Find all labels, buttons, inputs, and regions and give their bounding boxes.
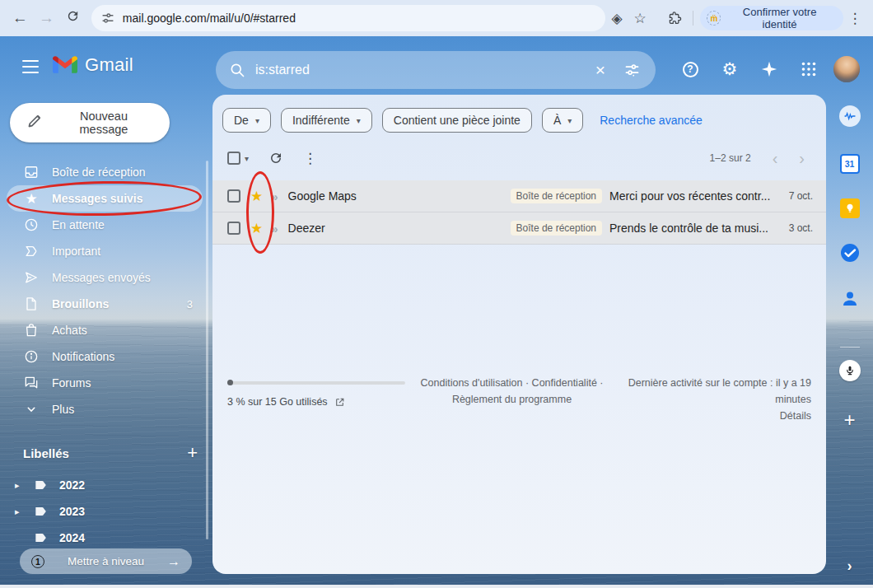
side-panel-rail: 31 + › bbox=[826, 95, 873, 585]
clear-search-icon[interactable]: × bbox=[585, 54, 616, 86]
newer-page-chevron-icon[interactable]: ‹ bbox=[773, 150, 778, 166]
browser-actions: ◈ ☆ m̈ Confirmer votre identité ⋮ bbox=[605, 6, 866, 30]
header-actions: ? ⚙ bbox=[675, 54, 860, 84]
sidebar-scrollbar[interactable] bbox=[206, 161, 208, 539]
starred-star-icon[interactable]: ★ bbox=[250, 222, 263, 236]
sidebar-item-more[interactable]: Plus bbox=[7, 396, 203, 422]
settings-gear-icon[interactable]: ⚙ bbox=[715, 54, 745, 84]
inbox-icon bbox=[23, 164, 40, 180]
mic-icon bbox=[844, 365, 856, 376]
row-checkbox[interactable] bbox=[227, 222, 240, 235]
help-icon[interactable]: ? bbox=[675, 54, 705, 84]
email-date: 3 oct. bbox=[789, 222, 813, 234]
gemini-sparkle-icon[interactable] bbox=[754, 54, 784, 84]
activity-label: Dernière activité sur le compte : il y a… bbox=[628, 377, 811, 405]
sidebar-item-inbox[interactable]: Boîte de réception bbox=[7, 159, 203, 185]
sidebar-item-starred[interactable]: ★ Messages suivis bbox=[7, 185, 203, 212]
tasks-icon[interactable] bbox=[840, 243, 860, 263]
bookmark-star-icon[interactable]: ☆ bbox=[628, 6, 651, 30]
sidebar: Nouveau message Boîte de réception ★ Mes… bbox=[0, 95, 211, 585]
sidebar-item-purchases[interactable]: Achats bbox=[7, 317, 203, 343]
advanced-search-link[interactable]: Recherche avancée bbox=[600, 114, 703, 127]
sidebar-label-2023[interactable]: ▸ 2023 bbox=[10, 498, 191, 525]
sidebar-item-sent[interactable]: Messages envoyés bbox=[7, 264, 203, 291]
legal-line-2[interactable]: Règlement du programme bbox=[452, 394, 572, 405]
sidebar-label-2022[interactable]: ▸ 2022 bbox=[10, 472, 191, 498]
search-input[interactable] bbox=[255, 63, 585, 77]
upgrade-badge: 1 bbox=[31, 555, 44, 568]
search-options-tune-icon[interactable] bbox=[616, 54, 647, 86]
add-label-icon[interactable]: + bbox=[187, 442, 198, 464]
expander-icon[interactable]: ▸ bbox=[15, 480, 23, 491]
microphone-icon[interactable] bbox=[839, 360, 861, 381]
email-row-google-maps[interactable]: ★ » Google Maps Boîte de réception Merci… bbox=[212, 180, 826, 212]
sidebar-item-forums[interactable]: Forums bbox=[7, 370, 203, 396]
sidebar-item-snoozed[interactable]: En attente bbox=[7, 212, 203, 238]
select-dropdown-caret-icon[interactable]: ▾ bbox=[245, 154, 249, 163]
send-icon bbox=[23, 269, 40, 286]
compose-button[interactable]: Nouveau message bbox=[10, 103, 170, 142]
address-bar[interactable] bbox=[91, 5, 605, 31]
sidebar-label-2024[interactable]: ▸ 2024 bbox=[10, 525, 191, 551]
caret-down-icon: ▾ bbox=[567, 116, 572, 125]
contacts-icon[interactable] bbox=[840, 289, 860, 309]
filter-chip-attachment[interactable]: Contient une pièce jointe bbox=[382, 108, 532, 133]
expander-icon[interactable]: ▸ bbox=[15, 506, 23, 517]
google-apps-grid-icon[interactable] bbox=[794, 54, 824, 84]
hide-side-panel-chevron-icon[interactable]: › bbox=[847, 558, 852, 575]
gmail-logo[interactable]: Gmail bbox=[53, 54, 133, 76]
legal-line-1[interactable]: Conditions d'utilisation · Confidentiali… bbox=[421, 377, 604, 389]
refresh-icon bbox=[268, 151, 283, 166]
account-activity: Dernière activité sur le compte : il y a… bbox=[617, 375, 811, 424]
browser-reload-button[interactable] bbox=[60, 4, 86, 32]
open-in-new-icon[interactable] bbox=[334, 397, 345, 408]
waveform-icon bbox=[843, 110, 857, 123]
forums-chat-icon bbox=[23, 375, 40, 391]
reload-icon bbox=[66, 9, 80, 23]
browser-back-button[interactable]: ← bbox=[7, 4, 33, 32]
companion-waveform-icon[interactable] bbox=[839, 105, 861, 127]
row-checkbox[interactable] bbox=[227, 189, 240, 203]
rail-divider bbox=[840, 347, 860, 348]
gmail-m-icon bbox=[53, 56, 77, 75]
confirm-identity-button[interactable]: m̈ Confirmer votre identité bbox=[700, 6, 843, 30]
activity-details-link[interactable]: Détails bbox=[780, 410, 811, 422]
caret-down-icon: ▾ bbox=[357, 116, 361, 125]
more-options-kebab-icon[interactable]: ⋮ bbox=[303, 150, 317, 167]
email-date: 7 oct. bbox=[789, 190, 813, 202]
shopping-bag-icon bbox=[23, 322, 40, 338]
url-input[interactable] bbox=[123, 12, 595, 25]
sidebar-item-notifications[interactable]: Notifications bbox=[7, 343, 203, 370]
window-bottom-edge bbox=[0, 585, 873, 588]
email-row-deezer[interactable]: ★ » Deezer Boîte de réception Prends le … bbox=[212, 212, 826, 245]
filter-chip-to[interactable]: À ▾ bbox=[542, 108, 583, 133]
storage-info: 3 % sur 15 Go utilisés bbox=[227, 375, 407, 424]
main-menu-hamburger[interactable] bbox=[13, 50, 48, 83]
reading-mode-icon[interactable]: ◈ bbox=[605, 6, 628, 30]
older-page-chevron-icon[interactable]: › bbox=[799, 150, 805, 166]
info-icon bbox=[23, 348, 40, 365]
person-icon bbox=[840, 289, 860, 309]
browser-menu-kebab-icon[interactable]: ⋮ bbox=[843, 6, 866, 30]
draft-file-icon bbox=[23, 296, 40, 312]
calendar-icon[interactable]: 31 bbox=[840, 154, 860, 174]
lightbulb-icon bbox=[844, 203, 856, 214]
extensions-puzzle-icon[interactable] bbox=[663, 6, 686, 30]
filter-chip-from[interactable]: De ▾ bbox=[222, 108, 271, 133]
refresh-button[interactable] bbox=[268, 151, 283, 166]
chevron-down-icon bbox=[23, 401, 40, 418]
get-add-ons-plus-icon[interactable]: + bbox=[843, 408, 855, 432]
browser-toolbar: ← → ◈ ☆ m̈ Confirmer votre identité ⋮ bbox=[0, 0, 873, 36]
filter-chip-read-state[interactable]: Indifférente ▾ bbox=[281, 108, 372, 133]
sidebar-item-drafts[interactable]: Brouillons 3 bbox=[7, 291, 203, 317]
profile-avatar[interactable] bbox=[833, 56, 860, 82]
pagination-label: 1–2 sur 2 bbox=[710, 152, 751, 164]
keep-notes-icon[interactable] bbox=[840, 198, 860, 218]
toolbar-divider bbox=[693, 11, 693, 26]
browser-forward-button[interactable]: → bbox=[33, 4, 59, 32]
importance-marker-icon: » bbox=[271, 222, 278, 236]
upgrade-button[interactable]: 1 Mettre à niveau → bbox=[20, 548, 192, 574]
sidebar-item-important[interactable]: Important bbox=[7, 238, 203, 264]
starred-star-icon[interactable]: ★ bbox=[250, 189, 263, 203]
select-all-checkbox[interactable] bbox=[227, 152, 240, 165]
